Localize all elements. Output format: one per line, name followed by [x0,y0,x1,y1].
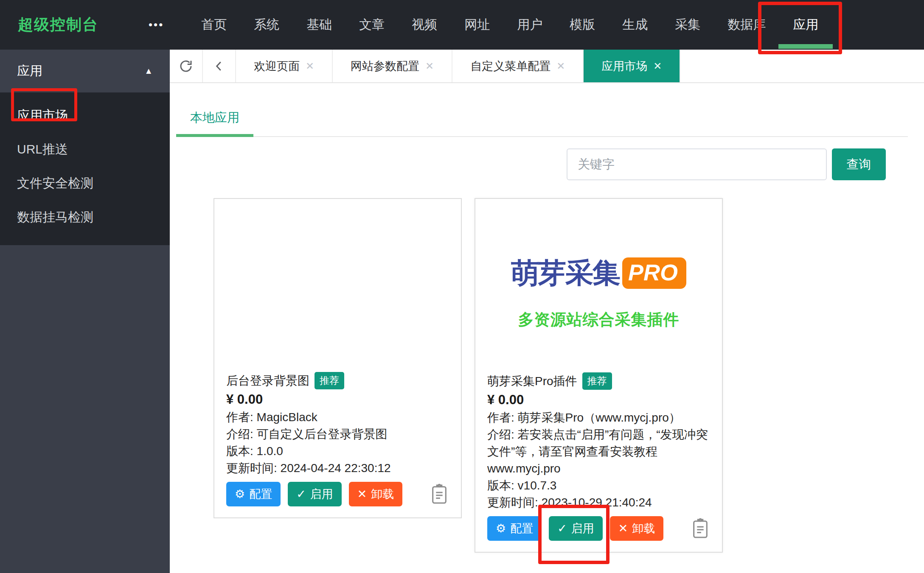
nav-item-collect[interactable]: 采集 [675,0,700,50]
nav-item-home[interactable]: 首页 [201,0,227,50]
app-author: 作者: MagicBlack [226,409,449,426]
app-title: 后台登录背景图 [226,373,309,389]
back-button[interactable] [203,50,236,82]
tab-label: 应用市场 [601,59,647,74]
tab-custom-menu-config[interactable]: 自定义菜单配置 ✕ [452,50,584,82]
check-icon: ✓ [557,522,567,535]
app-logo: 萌芽采集 PRO 多资源站综合采集插件 [487,254,710,330]
app-window: 超级控制台 ••• 首页 系统 基础 文章 视频 网址 用户 模版 生成 采集 … [0,0,924,573]
top-navbar: 超级控制台 ••• 首页 系统 基础 文章 视频 网址 用户 模版 生成 采集 … [0,0,924,50]
nav-item-url[interactable]: 网址 [464,0,490,50]
sidebar-item-data-trojan-check[interactable]: 数据挂马检测 [0,200,170,234]
uninstall-button-label: 卸载 [371,486,394,502]
nav-item-basic[interactable]: 基础 [306,0,332,50]
sidebar-group-label: 应用 [17,62,42,80]
nav-item-article[interactable]: 文章 [359,0,385,50]
main-content: 本地应用 查询 后台登录背景图 推荐 ¥ 0.00 作者: MagicBlack… [170,83,924,573]
logo-spacer [487,330,710,372]
search-input[interactable] [567,148,827,180]
tab-label: 自定义菜单配置 [470,59,550,74]
app-card-login-background: 后台登录背景图 推荐 ¥ 0.00 作者: MagicBlack 介绍: 可自定… [213,198,462,518]
nav-item-app[interactable]: 应用 [793,0,818,50]
nav-item-template[interactable]: 模版 [570,0,595,50]
logo-cn-text: 萌芽采集 [511,254,620,292]
section-divider [176,136,908,137]
brand-title: 超级控制台 [18,14,98,35]
check-icon: ✓ [296,487,306,501]
sidebar-item-url-push[interactable]: URL推送 [0,132,170,166]
app-price: ¥ 0.00 [487,392,710,408]
app-version: 版本: 1.0.0 [226,443,449,460]
clipboard-icon[interactable] [430,483,449,506]
tab-label: 欢迎页面 [254,59,300,74]
close-tab-icon[interactable]: ✕ [425,60,434,72]
top-nav-menu: 首页 系统 基础 文章 视频 网址 用户 模版 生成 采集 数据库 应用 [201,0,818,50]
clipboard-icon[interactable] [691,517,710,540]
sidebar-item-app-market[interactable]: 应用市场 [0,98,170,132]
gear-icon: ⚙ [235,487,245,501]
sidebar-submenu: 应用市场 URL推送 文件安全检测 数据挂马检测 [0,92,170,245]
sidebar: 应用 ▲ 应用市场 URL推送 文件安全检测 数据挂马检测 [0,50,170,573]
nav-item-generate[interactable]: 生成 [622,0,648,50]
x-icon: ✕ [357,487,367,501]
tab-site-params-config[interactable]: 网站参数配置 ✕ [333,50,452,82]
sidebar-group-app[interactable]: 应用 ▲ [0,50,170,92]
search-button[interactable]: 查询 [832,148,886,180]
recommend-badge: 推荐 [315,372,344,389]
x-icon: ✕ [618,522,628,535]
config-button-label: 配置 [249,486,272,502]
app-updated-time: 更新时间: 2023-10-29 21:40:24 [487,494,710,511]
tab-label: 网站参数配置 [351,59,419,74]
refresh-icon [178,59,194,74]
app-version: 版本: v10.7.3 [487,477,710,494]
nav-item-video[interactable]: 视频 [412,0,437,50]
sidebar-item-file-security-check[interactable]: 文件安全检测 [0,166,170,200]
app-author: 作者: 萌芽采集Pro（www.mycj.pro） [487,409,710,426]
logo-subtitle: 多资源站综合采集插件 [518,309,680,330]
app-price: ¥ 0.00 [226,392,449,407]
app-screenshot-placeholder [226,210,449,372]
config-button[interactable]: ⚙ 配置 [487,516,542,541]
app-card-mengya-collect-pro: 萌芽采集 PRO 多资源站综合采集插件 萌芽采集Pro插件 推荐 ¥ 0.00 … [475,198,723,553]
app-intro: 介绍: 若安装点击“启用”有问题，“发现冲突文件”等，请至官网查看安装教程 ww… [487,426,710,477]
config-button-label: 配置 [510,521,533,536]
enable-button-label: 启用 [310,486,333,502]
gear-icon: ⚙ [496,522,506,535]
active-tab-underline [176,134,253,137]
uninstall-button-label: 卸载 [632,521,655,536]
enable-button[interactable]: ✓ 启用 [549,516,603,541]
config-button[interactable]: ⚙ 配置 [226,482,281,506]
enable-button[interactable]: ✓ 启用 [288,482,342,506]
uninstall-button[interactable]: ✕ 卸载 [610,516,664,541]
app-intro: 介绍: 可自定义后台登录背景图 [226,426,449,443]
nav-item-system[interactable]: 系统 [254,0,279,50]
refresh-button[interactable] [170,50,203,82]
tab-local-apps[interactable]: 本地应用 [176,109,253,126]
tab-app-market[interactable]: 应用市场 ✕ [584,50,680,82]
chevron-left-icon [211,59,227,74]
app-title: 萌芽采集Pro插件 [487,373,577,389]
app-updated-time: 更新时间: 2024-04-24 22:30:12 [226,460,449,477]
close-tab-icon[interactable]: ✕ [556,60,565,72]
close-tab-icon[interactable]: ✕ [306,60,314,72]
enable-button-label: 启用 [571,521,594,536]
collapse-caret-icon: ▲ [144,66,153,76]
more-menu-icon[interactable]: ••• [149,18,164,31]
page-tabbar: 欢迎页面 ✕ 网站参数配置 ✕ 自定义菜单配置 ✕ 应用市场 ✕ [170,50,924,83]
uninstall-button[interactable]: ✕ 卸载 [349,482,403,506]
tab-welcome-page[interactable]: 欢迎页面 ✕ [236,50,333,82]
logo-pro-badge: PRO [622,257,686,289]
recommend-badge: 推荐 [582,372,612,390]
close-tab-icon[interactable]: ✕ [653,60,662,72]
nav-item-database[interactable]: 数据库 [727,0,766,50]
nav-item-user[interactable]: 用户 [517,0,542,50]
